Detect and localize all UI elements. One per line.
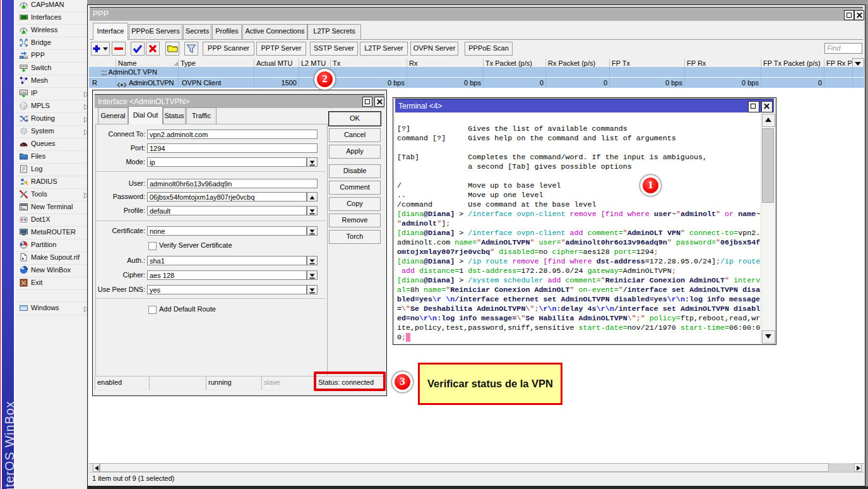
svg-text:255: 255 <box>21 91 27 95</box>
